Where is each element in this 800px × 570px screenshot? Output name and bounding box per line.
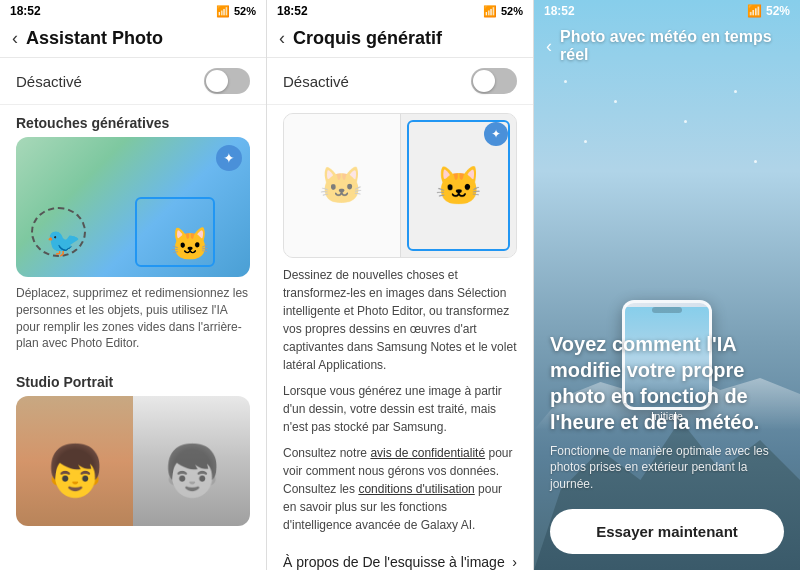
snow-3 [684, 120, 687, 123]
try-button[interactable]: Essayer maintenant [550, 509, 784, 554]
weather-subtext: Fonctionne de manière optimale avec les … [550, 443, 784, 493]
toggle-switch-2[interactable] [471, 68, 517, 94]
sketch-container: 🐱 🐱 ✦ [283, 113, 517, 258]
panel-assistant-photo: 18:52 📶 52% ‹ Assistant Photo Désactivé … [0, 0, 267, 570]
battery-1: 52% [234, 5, 256, 17]
toggle-row-1: Désactivé [0, 58, 266, 105]
menu-item-1[interactable]: À propos de De l'esquisse à l'image › [283, 542, 517, 570]
time-1: 18:52 [10, 4, 41, 18]
menu-item-1-label: À propos de De l'esquisse à l'image [283, 554, 505, 570]
portrait-color-half: 👦 [16, 396, 133, 526]
panel3-header: 18:52 📶 52% ‹ Photo avec météo en temps … [534, 0, 800, 70]
toggle-label-2: Désactivé [283, 73, 349, 90]
ai-badge-2: ✦ [484, 122, 508, 146]
croquis-para3: Consultez notre avis de confidentialité … [283, 444, 517, 534]
page-title-3: Photo avec météo en temps réel [560, 28, 788, 64]
cat-icon: 🐱 [170, 225, 210, 263]
portrait-face-color: 👦 [44, 442, 106, 500]
back-button-1[interactable]: ‹ [12, 28, 18, 49]
signal-icon-2: 📶 [483, 5, 497, 18]
terms-link[interactable]: conditions d'utilisation [358, 482, 474, 496]
toggle-switch-1[interactable] [204, 68, 250, 94]
signal-icon-3: 📶 [747, 4, 762, 18]
croquis-body: Dessinez de nouvelles choses et transfor… [267, 266, 533, 570]
status-icons-2: 📶 52% [483, 5, 523, 18]
snow-5 [584, 140, 587, 143]
snow-4 [734, 90, 737, 93]
weather-heading: Voyez comment l'IA modifie votre propre … [550, 331, 784, 435]
portrait-face-bw: 👦 [161, 442, 223, 500]
page-title-2: Croquis génératif [293, 28, 442, 49]
portrait-bw-half: 👦 [133, 396, 250, 526]
time-3: 18:52 [544, 4, 575, 18]
chevron-right-icon-1: › [512, 554, 517, 570]
status-icons-1: 📶 52% [216, 5, 256, 18]
portrait-section: Studio Portrait 👦 👦 [0, 356, 266, 534]
portrait-title: Studio Portrait [16, 364, 250, 396]
toggle-knob-2 [473, 70, 495, 92]
page-title-1: Assistant Photo [26, 28, 163, 49]
sketch-outline-panel: 🐱 [284, 114, 401, 257]
phone-notch [652, 307, 682, 313]
snow-1 [564, 80, 567, 83]
toggle-label-1: Désactivé [16, 73, 82, 90]
battery-3: 52% [766, 4, 790, 18]
retouches-title: Retouches génératives [0, 105, 266, 137]
back-button-3[interactable]: ‹ [546, 36, 552, 57]
retouches-desc: Déplacez, supprimez et redimensionnez le… [0, 277, 266, 356]
snow-2 [614, 100, 617, 103]
panel-croquis: 18:52 📶 52% ‹ Croquis génératif Désactiv… [267, 0, 534, 570]
privacy-link[interactable]: avis de confidentialité [370, 446, 485, 460]
croquis-para2: Lorsque vous générez une image à partir … [283, 382, 517, 436]
portrait-image: 👦 👦 [16, 396, 250, 526]
retouches-image: 🐦 🐱 ✦ [16, 137, 250, 277]
toggle-row-2: Désactivé [267, 58, 533, 105]
panel3-nav: ‹ Photo avec météo en temps réel [534, 22, 800, 70]
sketch-result-panel: 🐱 ✦ [401, 114, 517, 257]
back-button-2[interactable]: ‹ [279, 28, 285, 49]
ai-badge-1: ✦ [216, 145, 242, 171]
header-1: ‹ Assistant Photo [0, 22, 266, 58]
status-icons-3: 📶 52% [747, 4, 790, 18]
status-bar-1: 18:52 📶 52% [0, 0, 266, 22]
status-bar-2: 18:52 📶 52% [267, 0, 533, 22]
para3-prefix: Consultez notre [283, 446, 370, 460]
panel-weather-photo: 18:52 📶 52% ‹ Photo avec météo en temps … [534, 0, 800, 570]
puffin-icon: 🐦 [46, 226, 81, 259]
croquis-para1: Dessinez de nouvelles choses et transfor… [283, 266, 517, 374]
cat-outline-icon: 🐱 [319, 165, 364, 207]
toggle-knob-1 [206, 70, 228, 92]
battery-2: 52% [501, 5, 523, 17]
panel3-content: Voyez comment l'IA modifie votre propre … [534, 315, 800, 570]
signal-icon: 📶 [216, 5, 230, 18]
time-2: 18:52 [277, 4, 308, 18]
header-2: ‹ Croquis génératif [267, 22, 533, 58]
snow-6 [754, 160, 757, 163]
status-bar-3: 18:52 📶 52% [534, 0, 800, 22]
